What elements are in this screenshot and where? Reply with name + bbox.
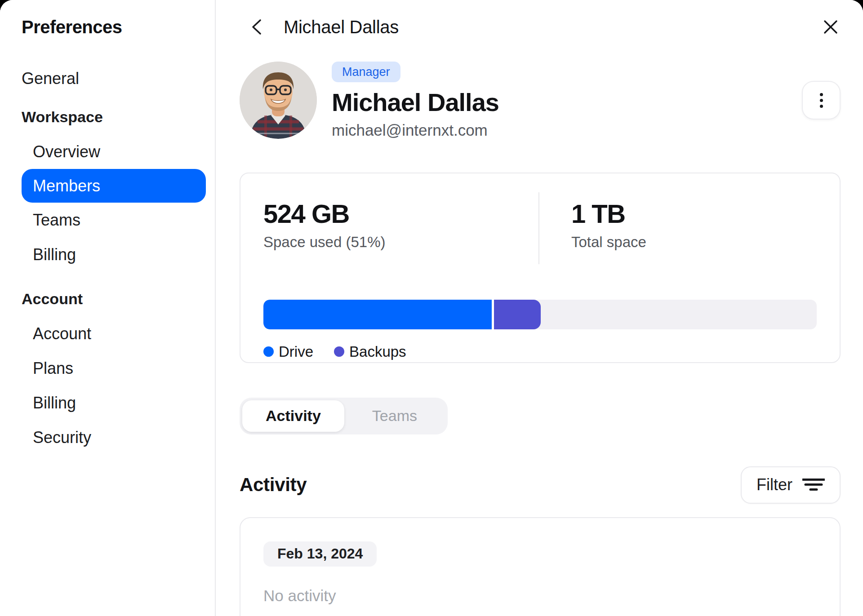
- close-icon: [823, 19, 838, 35]
- stats-divider: [538, 192, 539, 264]
- legend-item-drive: Drive: [263, 343, 313, 360]
- sidebar-item-members[interactable]: Members: [22, 169, 206, 203]
- drive-bar-segment: [263, 300, 494, 329]
- total-space-value: 1 TB: [571, 198, 646, 230]
- drive-color-dot: [263, 346, 274, 357]
- space-used-label: Space used (51%): [263, 233, 538, 251]
- backups-color-dot: [334, 346, 344, 357]
- total-space-label: Total space: [571, 233, 646, 251]
- close-button[interactable]: [821, 17, 841, 37]
- space-used-stat: 524 GB Space used (51%): [263, 198, 538, 251]
- space-used-value: 524 GB: [263, 198, 538, 230]
- storage-stats: 524 GB Space used (51%) 1 TB Total space: [263, 198, 817, 264]
- storage-legend: Drive Backups: [263, 343, 817, 360]
- sidebar-item-account[interactable]: Account: [22, 316, 206, 351]
- sidebar-item-overview[interactable]: Overview: [22, 134, 206, 169]
- sidebar-section-workspace: Workspace: [22, 100, 206, 134]
- storage-usage-card: 524 GB Space used (51%) 1 TB Total space…: [240, 173, 841, 363]
- avatar: [240, 62, 317, 139]
- member-profile: Manager Michael Dallas michael@internxt.…: [240, 62, 841, 139]
- filter-icon: [802, 478, 825, 492]
- sidebar-item-billing-workspace[interactable]: Billing: [22, 237, 206, 272]
- drive-legend-label: Drive: [279, 343, 313, 360]
- member-options-button[interactable]: [802, 81, 841, 120]
- backups-legend-label: Backups: [349, 343, 406, 360]
- activity-section-header: Activity Filter: [240, 466, 841, 504]
- sidebar-item-security[interactable]: Security: [22, 420, 206, 455]
- sidebar-section-account: Account: [22, 282, 206, 316]
- filter-button-label: Filter: [756, 475, 792, 494]
- member-email: michael@internxt.com: [332, 121, 499, 139]
- tab-teams[interactable]: Teams: [344, 400, 445, 432]
- total-space-stat: 1 TB Total space: [571, 198, 646, 251]
- page-title: Michael Dallas: [284, 17, 399, 37]
- sidebar-item-teams[interactable]: Teams: [22, 203, 206, 237]
- role-badge: Manager: [332, 62, 400, 82]
- chevron-left-icon: [250, 18, 263, 35]
- storage-progress-bar: [263, 300, 817, 329]
- activity-heading: Activity: [240, 474, 307, 496]
- filter-button[interactable]: Filter: [741, 466, 841, 504]
- activity-teams-tabs: Activity Teams: [240, 398, 448, 434]
- member-identity: Manager Michael Dallas michael@internxt.…: [332, 62, 499, 139]
- member-detail-header: Michael Dallas: [240, 0, 841, 54]
- preferences-window: Preferences General Workspace Overview M…: [0, 0, 863, 616]
- kebab-icon: [820, 93, 823, 108]
- date-badge: Feb 13, 2024: [263, 541, 377, 567]
- sidebar-title: Preferences: [22, 16, 206, 38]
- sidebar: Preferences General Workspace Overview M…: [0, 0, 216, 616]
- tab-activity[interactable]: Activity: [242, 400, 344, 432]
- member-name: Michael Dallas: [332, 89, 499, 116]
- sidebar-item-plans[interactable]: Plans: [22, 351, 206, 386]
- sidebar-item-general[interactable]: General: [22, 61, 206, 96]
- activity-feed-card: Feb 13, 2024 No activity: [240, 517, 841, 616]
- sidebar-nav: General Workspace Overview Members Teams…: [22, 61, 206, 455]
- backups-bar-segment: [494, 300, 540, 329]
- legend-item-backups: Backups: [334, 343, 406, 360]
- no-activity-text: No activity: [263, 587, 817, 605]
- back-button[interactable]: [247, 17, 267, 37]
- member-detail-panel: Michael Dallas: [216, 0, 863, 616]
- sidebar-item-billing-account[interactable]: Billing: [22, 386, 206, 420]
